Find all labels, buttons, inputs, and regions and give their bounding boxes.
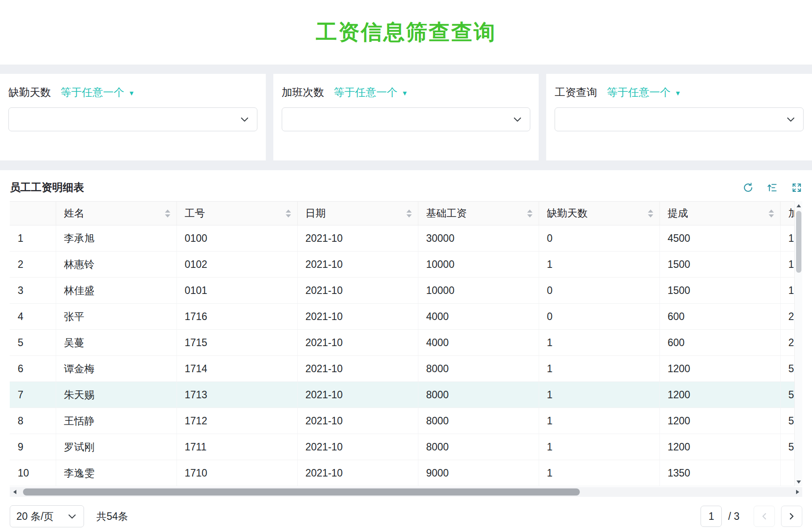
table-cell: 1500: [659, 252, 780, 278]
table-cell: 1: [539, 382, 659, 408]
filter-label: 加班次数: [282, 85, 324, 99]
column-header[interactable]: 基础工资: [418, 202, 539, 225]
table-cell: 0101: [176, 278, 297, 304]
table-cell: 2021-10: [297, 356, 418, 382]
fullscreen-icon[interactable]: [791, 182, 802, 193]
table-cell: 4500: [659, 225, 780, 252]
column-header-label: 加: [789, 206, 795, 220]
filter-operator-dropdown[interactable]: 等于任意一个 ▼: [334, 85, 408, 99]
table-cell: 张平: [56, 304, 176, 330]
table-cell: 2021-10: [297, 460, 418, 486]
table-cell: 1: [539, 460, 659, 486]
table-cell: 林惠铃: [56, 252, 176, 278]
sort-icon[interactable]: [769, 210, 774, 217]
filter-operator-label: 等于任意一个: [334, 85, 398, 99]
table-row[interactable]: 1李承旭01002021-1030000045001: [10, 225, 794, 252]
vertical-scroll-track[interactable]: [795, 210, 802, 477]
table-cell: 30000: [418, 225, 539, 252]
total-count: 共54条: [96, 510, 128, 523]
vertical-scroll-thumb[interactable]: [796, 211, 801, 273]
sort-icon[interactable]: [286, 210, 291, 217]
column-header[interactable]: 加: [780, 202, 794, 225]
table-cell: 10000: [418, 278, 539, 304]
sort-icon[interactable]: [648, 210, 653, 217]
table-cell: 0: [539, 304, 659, 330]
table-row[interactable]: 8王恬静17122021-108000112005: [10, 408, 794, 434]
column-header-label: 缺勤天数: [547, 206, 588, 220]
salary-table: 姓名工号日期基础工资缺勤天数提成加 1李承旭01002021-103000004…: [10, 201, 794, 486]
table-cell: 1: [780, 278, 794, 304]
page-number-input[interactable]: [701, 506, 722, 527]
page-header: 工资信息筛查查询: [0, 0, 812, 65]
column-header[interactable]: 日期: [297, 202, 418, 225]
scroll-right-arrow-icon[interactable]: [793, 487, 802, 497]
refresh-icon[interactable]: [743, 182, 754, 193]
table-cell: 1200: [659, 382, 780, 408]
sort-icon[interactable]: [165, 210, 170, 217]
table-cell: 2021-10: [297, 408, 418, 434]
chevron-left-icon: [759, 511, 770, 522]
table-cell: 600: [659, 304, 780, 330]
scroll-left-arrow-icon[interactable]: [10, 487, 19, 497]
chevron-down-icon: [239, 114, 250, 125]
table-row[interactable]: 6谭金梅17142021-108000112005: [10, 356, 794, 382]
horizontal-scroll-thumb[interactable]: [23, 488, 580, 496]
chevron-down-icon: [785, 114, 796, 125]
filter-value-select[interactable]: [555, 107, 804, 131]
page-size-select[interactable]: 20 条/页: [10, 505, 84, 527]
column-header[interactable]: 姓名: [56, 202, 176, 225]
table-cell: 李逸雯: [56, 460, 176, 486]
horizontal-scrollbar[interactable]: [10, 487, 802, 497]
pagination-bar: 20 条/页 共54条 / 3: [10, 505, 802, 528]
row-number-cell: 4: [10, 304, 56, 330]
table-row[interactable]: 9罗试刚17112021-108000112005: [10, 434, 794, 460]
table-row[interactable]: 5吴蔓17152021-10400016002: [10, 330, 794, 356]
filter-label: 工资查询: [555, 85, 597, 99]
table-cell: 2021-10: [297, 252, 418, 278]
next-page-button[interactable]: [781, 506, 802, 527]
prev-page-button[interactable]: [754, 506, 775, 527]
column-header-label: 日期: [306, 206, 326, 220]
table-cell: 1716: [176, 304, 297, 330]
row-number-cell: 2: [10, 252, 56, 278]
column-header-label: 姓名: [64, 206, 84, 220]
row-number-cell: 6: [10, 356, 56, 382]
table-cell: 2: [780, 304, 794, 330]
caret-down-icon: ▼: [674, 89, 681, 97]
table-cell: 1711: [176, 434, 297, 460]
table-cell: 2: [780, 330, 794, 356]
filter-value-select[interactable]: [8, 107, 257, 131]
filter-row: 缺勤天数 等于任意一个 ▼ 加班次数 等于任意一个 ▼: [0, 74, 812, 160]
filter-operator-dropdown[interactable]: 等于任意一个 ▼: [607, 85, 681, 99]
filter-operator-dropdown[interactable]: 等于任意一个 ▼: [61, 85, 135, 99]
total-pages: / 3: [728, 511, 739, 522]
column-header[interactable]: 提成: [659, 202, 780, 225]
table-row[interactable]: 4张平17162021-10400006002: [10, 304, 794, 330]
table-cell: 5: [780, 382, 794, 408]
page-title: 工资信息筛查查询: [316, 18, 496, 46]
table-row[interactable]: 7朱天赐17132021-108000112005: [10, 382, 794, 408]
vertical-scrollbar[interactable]: [794, 201, 802, 486]
scroll-up-arrow-icon[interactable]: [795, 201, 803, 210]
table-row[interactable]: 10李逸雯17102021-10900011350: [10, 460, 794, 486]
table-cell: 1200: [659, 408, 780, 434]
filter-card-overtime-count: 加班次数 等于任意一个 ▼: [273, 74, 539, 160]
table-cell: 1200: [659, 356, 780, 382]
column-header[interactable]: 缺勤天数: [539, 202, 659, 225]
filter-value-select[interactable]: [282, 107, 531, 131]
table-cell: 罗试刚: [56, 434, 176, 460]
table-cell: 4000: [418, 304, 539, 330]
table-row[interactable]: 2林惠铃01022021-1010000115001: [10, 252, 794, 278]
table-cell: 8000: [418, 434, 539, 460]
sort-icon[interactable]: [527, 210, 532, 217]
table-cell: 2021-10: [297, 304, 418, 330]
horizontal-scroll-track[interactable]: [19, 487, 793, 497]
scroll-down-arrow-icon[interactable]: [795, 477, 803, 486]
table-row[interactable]: 3林佳盛01012021-1010000015001: [10, 278, 794, 304]
column-header[interactable]: 工号: [176, 202, 297, 225]
row-height-settings-icon[interactable]: [767, 182, 778, 193]
table-cell: 1: [539, 408, 659, 434]
sort-icon[interactable]: [406, 210, 412, 217]
table-cell: 1: [539, 434, 659, 460]
caret-down-icon: ▼: [128, 89, 135, 97]
